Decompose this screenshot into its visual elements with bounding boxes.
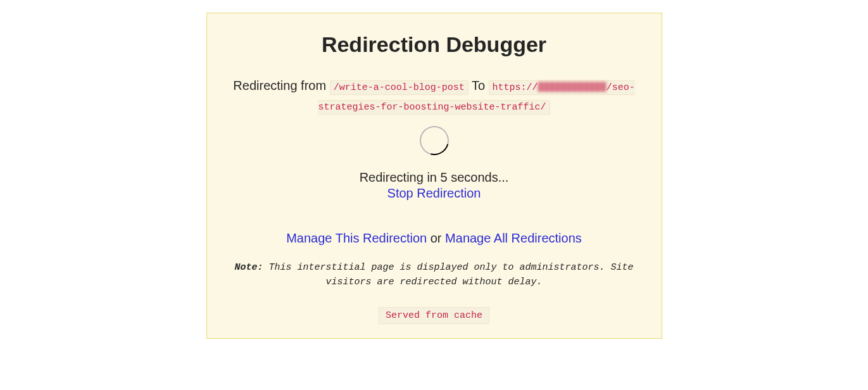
spinner-container — [217, 126, 652, 155]
admin-note: Note: This interstitial page is displaye… — [217, 261, 652, 289]
note-text: This interstitial page is displayed only… — [263, 262, 633, 287]
redirect-info: Redirecting from /write-a-cool-blog-post… — [217, 76, 652, 115]
page-title: Redirection Debugger — [217, 32, 652, 57]
manage-all-redirections-link[interactable]: Manage All Redirections — [445, 231, 582, 245]
redirect-from-url: /write-a-cool-blog-post — [330, 80, 469, 95]
or-separator: or — [427, 231, 445, 245]
manage-this-redirection-link[interactable]: Manage This Redirection — [286, 231, 427, 245]
loading-spinner-icon — [414, 121, 454, 161]
redirect-to-label: To — [472, 79, 485, 92]
countdown-text: Redirecting in 5 seconds... — [217, 170, 652, 185]
manage-line: Manage This Redirection or Manage All Re… — [217, 231, 652, 246]
stop-redirection-link[interactable]: Stop Redirection — [387, 186, 481, 200]
cache-status-badge: Served from cache — [379, 307, 489, 324]
debugger-panel: Redirection Debugger Redirecting from /w… — [206, 13, 662, 339]
note-label: Note: — [234, 262, 263, 273]
redirect-from-label: Redirecting from — [233, 79, 326, 92]
